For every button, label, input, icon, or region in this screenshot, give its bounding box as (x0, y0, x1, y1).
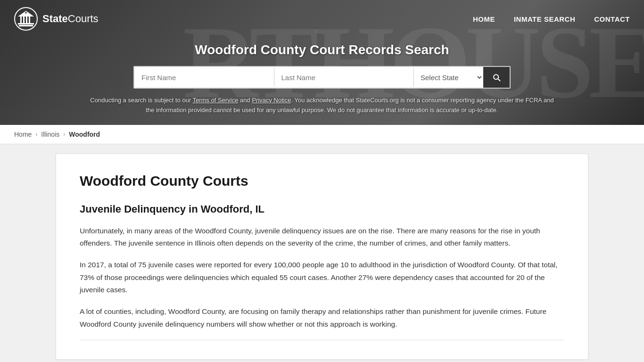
search-bar: Select StateAlabamaAlaskaArizonaArkansas… (133, 66, 511, 89)
svg-rect-1 (19, 25, 33, 26)
breadcrumb-state[interactable]: Illinois (41, 131, 59, 138)
disclaimer-between: and (238, 97, 252, 104)
nav-home[interactable]: HOME (473, 15, 495, 23)
breadcrumb-sep-1: › (35, 131, 37, 138)
svg-point-8 (25, 12, 27, 14)
nav-contact[interactable]: CONTACT (594, 15, 630, 23)
svg-rect-5 (26, 16, 27, 23)
search-title: Woodford County Court Records Search (9, 42, 635, 58)
breadcrumb-county: Woodford (69, 131, 100, 138)
breadcrumb-home[interactable]: Home (14, 131, 32, 138)
disclaimer-before-tos: Conducting a search is subject to our (90, 97, 192, 104)
nav-bar: StateCourts HOME INMATE SEARCH CONTACT (0, 0, 644, 38)
svg-rect-6 (29, 16, 30, 23)
first-name-input[interactable] (134, 68, 274, 87)
logo-icon (14, 7, 38, 31)
site-header: RTHOUSE StateCourts HOME (0, 0, 644, 125)
breadcrumb-sep-2: › (63, 131, 65, 138)
nav-links: HOME INMATE SEARCH CONTACT (473, 15, 630, 23)
breadcrumb: Home › Illinois › Woodford (0, 125, 644, 144)
section-divider (80, 340, 564, 340)
svg-rect-2 (18, 23, 34, 25)
para-1: Unfortunately, in many areas of the Wood… (80, 225, 564, 250)
last-name-input[interactable] (274, 68, 414, 87)
tos-link[interactable]: Terms of Service (193, 97, 239, 104)
content-page-title: Woodford County Courts (80, 173, 564, 189)
logo-text: StateCourts (42, 13, 99, 25)
search-section: Woodford County Court Records Search Sel… (0, 38, 644, 125)
main-content: Woodford County Courts Juvenile Delinque… (49, 144, 595, 362)
privacy-link[interactable]: Privacy Notice (252, 97, 291, 104)
content-card: Woodford County Courts Juvenile Delinque… (56, 154, 588, 360)
logo-link[interactable]: StateCourts (14, 7, 99, 31)
svg-rect-3 (20, 16, 22, 23)
svg-rect-4 (23, 16, 25, 23)
nav-inmate-search[interactable]: INMATE SEARCH (514, 15, 575, 23)
search-icon (492, 73, 501, 82)
para-2: In 2017, a total of 75 juvenile cases we… (80, 259, 564, 296)
search-button[interactable] (483, 67, 510, 88)
section1-title: Juvenile Delinquency in Woodford, IL (80, 203, 564, 215)
disclaimer-text: Conducting a search is subject to our Te… (86, 96, 558, 115)
para-3: A lot of counties, including, Woodford C… (80, 305, 564, 330)
state-select[interactable]: Select StateAlabamaAlaskaArizonaArkansas… (414, 67, 483, 88)
